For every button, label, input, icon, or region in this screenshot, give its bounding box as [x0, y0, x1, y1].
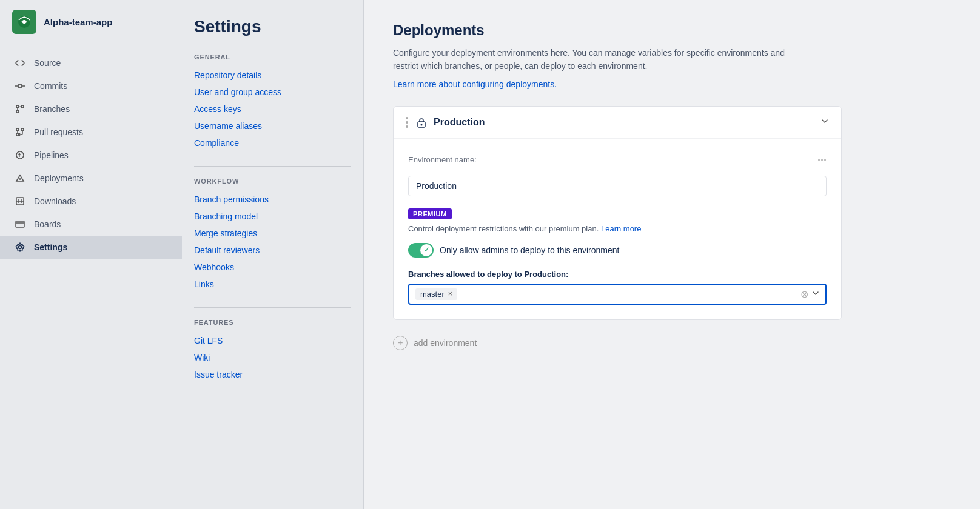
settings-icon — [15, 242, 25, 253]
settings-section-features-label: FEATURES — [194, 319, 351, 326]
sidebar-item-source[interactable]: Source — [0, 52, 182, 75]
branch-tag-remove-button[interactable]: × — [448, 290, 452, 298]
sidebar-header: Alpha-team-app — [0, 0, 182, 44]
settings-link-issue-tracker[interactable]: Issue tracker — [194, 366, 351, 383]
settings-section-general-label: GENERAL — [194, 53, 351, 61]
settings-divider-2 — [194, 307, 351, 308]
pipelines-icon — [15, 150, 25, 161]
sidebar-item-source-label: Source — [34, 58, 61, 68]
settings-link-links[interactable]: Links — [194, 276, 351, 293]
sidebar-item-pull-requests[interactable]: Pull requests — [0, 121, 182, 144]
sidebar-item-branches-label: Branches — [34, 104, 70, 114]
branches-icon — [15, 104, 25, 115]
source-icon — [15, 58, 25, 68]
branches-input-actions: ⊗ — [800, 288, 819, 300]
env-name-field-label: Environment name: — [408, 155, 477, 164]
settings-link-wiki[interactable]: Wiki — [194, 349, 351, 366]
toggle-row: ✓ Only allow admins to deploy to this en… — [408, 243, 827, 258]
add-environment-label: add environment — [414, 338, 477, 348]
svg-point-11 — [21, 128, 24, 131]
settings-link-webhooks[interactable]: Webhooks — [194, 259, 351, 276]
branches-dropdown-button[interactable] — [812, 289, 819, 299]
env-lock-icon — [415, 116, 428, 128]
sidebar-item-deployments-label: Deployments — [34, 173, 84, 183]
sidebar-item-downloads[interactable]: Downloads — [0, 190, 182, 213]
env-name-label: Production — [434, 117, 814, 128]
sidebar-item-pull-requests-label: Pull requests — [34, 127, 83, 137]
premium-learn-more-link[interactable]: Learn more — [601, 224, 641, 233]
premium-section: PREMIUM Control deployment restrictions … — [408, 208, 827, 233]
svg-rect-19 — [16, 221, 24, 227]
env-card-production: Production Environment name: ··· PREM — [393, 106, 842, 320]
sidebar-item-boards[interactable]: Boards — [0, 213, 182, 236]
premium-description: Control deployment restrictions with our… — [408, 224, 827, 233]
svg-point-1 — [22, 20, 26, 24]
settings-section-workflow: WORKFLOW Branch permissions Branching mo… — [194, 178, 351, 293]
sidebar-nav: Source Commits — [0, 44, 182, 266]
env-chevron-icon[interactable] — [821, 117, 829, 127]
main-content: Settings GENERAL Repository details User… — [182, 0, 980, 509]
sidebar-item-settings[interactable]: Settings — [0, 236, 182, 259]
svg-point-9 — [16, 128, 19, 131]
branches-search-input[interactable] — [461, 289, 797, 299]
env-card-body-production: Environment name: ··· PREMIUM Control de… — [394, 139, 841, 319]
env-drag-handle — [406, 117, 408, 128]
settings-link-git-lfs[interactable]: Git LFS — [194, 332, 351, 349]
toggle-check-icon: ✓ — [424, 246, 429, 254]
sidebar-item-commits[interactable]: Commits — [0, 75, 182, 98]
branches-label: Branches allowed to deploy to Production… — [408, 270, 827, 279]
deployments-description: Configure your deployment environments h… — [393, 46, 793, 73]
settings-divider-1 — [194, 166, 351, 167]
admin-deploy-toggle[interactable]: ✓ — [408, 243, 434, 258]
sidebar-item-boards-label: Boards — [34, 219, 61, 229]
env-name-input[interactable] — [408, 176, 827, 196]
settings-link-access-keys[interactable]: Access keys — [194, 101, 351, 118]
add-icon: + — [393, 336, 408, 350]
settings-link-username-aliases[interactable]: Username aliases — [194, 118, 351, 135]
branches-clear-button[interactable]: ⊗ — [800, 288, 808, 300]
add-environment-button[interactable]: + add environment — [393, 332, 842, 354]
settings-section-workflow-label: WORKFLOW — [194, 178, 351, 185]
settings-link-default-reviewers[interactable]: Default reviewers — [194, 242, 351, 259]
premium-badge: PREMIUM — [408, 208, 452, 219]
deployments-heading: Deployments — [393, 22, 951, 39]
settings-panel: Settings GENERAL Repository details User… — [182, 0, 364, 509]
toggle-label: Only allow admins to deploy to this envi… — [440, 245, 619, 255]
svg-point-6 — [16, 110, 19, 113]
env-card-header-production[interactable]: Production — [394, 107, 841, 139]
sidebar-item-commits-label: Commits — [34, 81, 67, 91]
sidebar-item-deployments[interactable]: Deployments — [0, 167, 182, 190]
settings-title: Settings — [194, 17, 351, 36]
downloads-icon — [15, 196, 25, 207]
deployments-icon — [15, 173, 25, 184]
svg-point-13 — [16, 151, 24, 159]
env-name-section: Environment name: ··· — [408, 153, 827, 166]
branch-tag-label: master — [420, 290, 445, 299]
app-name: Alpha-team-app — [44, 17, 112, 27]
settings-link-repository-details[interactable]: Repository details — [194, 67, 351, 84]
settings-link-user-group-access[interactable]: User and group access — [194, 84, 351, 101]
settings-link-branching-model[interactable]: Branching model — [194, 208, 351, 225]
settings-link-merge-strategies[interactable]: Merge strategies — [194, 225, 351, 242]
sidebar-item-branches[interactable]: Branches — [0, 98, 182, 121]
settings-link-branch-permissions[interactable]: Branch permissions — [194, 191, 351, 208]
branches-input-container[interactable]: master × ⊗ — [408, 284, 827, 305]
pull-requests-icon — [15, 127, 25, 138]
deployments-learn-more-link[interactable]: Learn more about configuring deployments… — [393, 79, 951, 89]
svg-point-2 — [18, 84, 22, 88]
env-more-actions-button[interactable]: ··· — [817, 153, 827, 166]
sidebar-item-downloads-label: Downloads — [34, 196, 76, 206]
commits-icon — [15, 81, 25, 91]
boards-icon — [15, 219, 25, 230]
sidebar-item-pipelines-label: Pipelines — [34, 150, 69, 160]
svg-point-21 — [19, 246, 22, 249]
settings-section-features: FEATURES Git LFS Wiki Issue tracker — [194, 319, 351, 383]
sidebar: Alpha-team-app Source — [0, 0, 182, 509]
sidebar-item-settings-label: Settings — [34, 242, 67, 252]
deployments-content: Deployments Configure your deployment en… — [364, 0, 980, 509]
branch-tag-master: master × — [415, 288, 457, 300]
app-logo — [12, 10, 36, 34]
settings-link-compliance[interactable]: Compliance — [194, 135, 351, 151]
sidebar-item-pipelines[interactable]: Pipelines — [0, 144, 182, 167]
settings-section-general: GENERAL Repository details User and grou… — [194, 53, 351, 151]
